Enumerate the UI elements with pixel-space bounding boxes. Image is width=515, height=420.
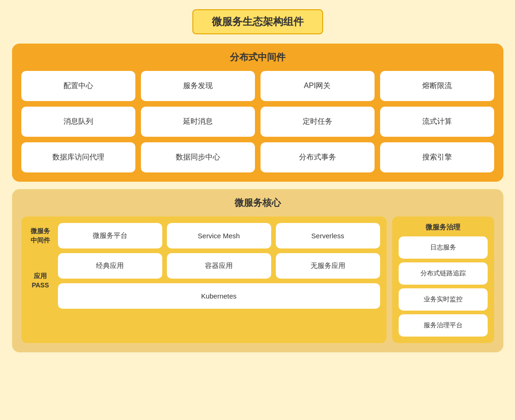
card-delayed-message: 延时消息 [141, 107, 255, 137]
card-governance-platform: 服务治理平台 [399, 314, 488, 337]
middleware-row: 微服务中间件 微服务平台 Service Mesh Serverless [28, 223, 380, 248]
card-kubernetes: Kubernetes [58, 283, 380, 309]
card-serverless: Serverless [276, 223, 380, 248]
card-stream-compute: 流式计算 [380, 107, 494, 137]
middleware-label: 微服务中间件 [28, 223, 53, 248]
middleware-cards: 微服务平台 Service Mesh Serverless [58, 223, 380, 248]
governance-cards: 日志服务 分布式链路追踪 业务实时监控 服务治理平台 [399, 236, 488, 337]
card-service-discovery: 服务发现 [141, 71, 255, 101]
card-config-center: 配置中心 [21, 71, 135, 101]
app-cards: 经典应用 容器应用 无服务应用 Kubernetes [58, 253, 380, 309]
app-horizontal: 经典应用 容器应用 无服务应用 [58, 253, 380, 279]
card-scheduled-task: 定时任务 [261, 107, 375, 137]
card-log-service: 日志服务 [399, 236, 488, 259]
app-label: 应用PASS [28, 253, 53, 309]
governance-title: 微服务治理 [399, 223, 488, 232]
card-realtime-monitor: 业务实时监控 [399, 288, 488, 311]
card-service-mesh: Service Mesh [167, 223, 271, 248]
page-title: 微服务生态架构组件 [192, 9, 323, 34]
card-container-app: 容器应用 [167, 253, 271, 279]
card-classic-app: 经典应用 [58, 253, 162, 279]
main-container: 分布式中间件 配置中心 服务发现 API网关 熔断限流 消息队列 延时消息 定时… [12, 44, 503, 352]
card-message-queue: 消息队列 [21, 107, 135, 137]
card-data-sync: 数据同步中心 [141, 142, 255, 172]
card-circuit-breaker: 熔断限流 [380, 71, 494, 101]
card-search-engine: 搜索引擎 [380, 142, 494, 172]
microservice-section: 微服务核心 微服务中间件 微服务平台 Service Mesh Serverle… [12, 189, 503, 352]
distributed-grid: 配置中心 服务发现 API网关 熔断限流 消息队列 延时消息 定时任务 流式计算… [21, 71, 494, 172]
distributed-title: 分布式中间件 [21, 51, 494, 64]
card-distributed-trace: 分布式链路追踪 [399, 262, 488, 285]
microservice-inner: 微服务中间件 微服务平台 Service Mesh Serverless 应用P… [21, 216, 494, 343]
middleware-horizontal: 微服务平台 Service Mesh Serverless [58, 223, 380, 248]
left-panel: 微服务中间件 微服务平台 Service Mesh Serverless 应用P… [21, 216, 387, 343]
right-panel: 微服务治理 日志服务 分布式链路追踪 业务实时监控 服务治理平台 [392, 216, 494, 343]
card-serverless-app: 无服务应用 [276, 253, 380, 279]
microservice-title: 微服务核心 [21, 197, 494, 209]
app-row: 应用PASS 经典应用 容器应用 无服务应用 Kubernetes [28, 253, 380, 309]
card-api-gateway: API网关 [261, 71, 375, 101]
card-microservice-platform: 微服务平台 [58, 223, 162, 248]
card-distributed-tx: 分布式事务 [261, 142, 375, 172]
card-db-proxy: 数据库访问代理 [21, 142, 135, 172]
distributed-section: 分布式中间件 配置中心 服务发现 API网关 熔断限流 消息队列 延时消息 定时… [12, 44, 503, 182]
